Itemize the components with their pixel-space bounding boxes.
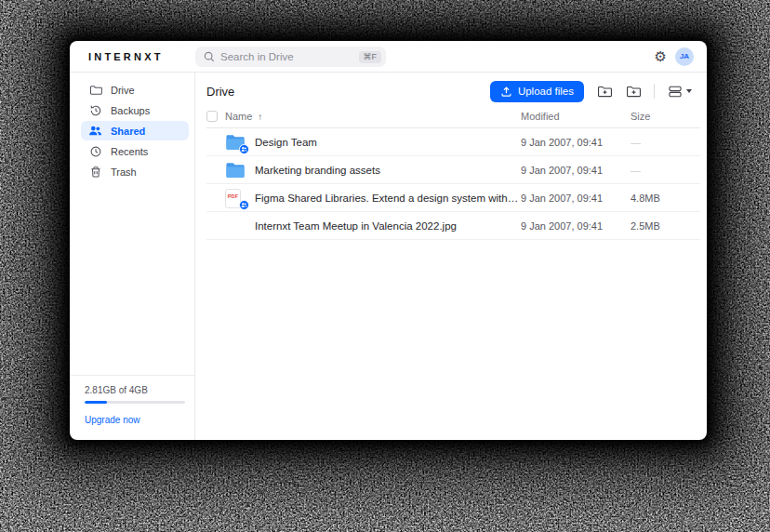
view-layout-toggle[interactable] [668,86,692,98]
screenshot-canvas: INTERNXT Search in Drive ⌘F ⚙ JA [0,0,770,532]
clock-icon [88,144,102,158]
sidebar: Drive Backups Shared [70,73,195,440]
item-name: Design Team [255,137,317,148]
trash-icon [88,165,102,179]
upload-files-button[interactable]: Upload files [490,81,584,102]
table-row[interactable]: Marketing branding assets 9 Jan 2007, 09… [206,156,700,184]
folder-icon [225,161,246,180]
storage-progress-fill [85,401,107,404]
internxt-logo: INTERNXT [88,51,164,62]
folder-icon [88,83,102,97]
item-name: Marketing branding assets [255,165,380,176]
column-header-size[interactable]: Size [631,111,700,122]
item-name: Figma Shared Libraries. Extend a design … [255,193,521,204]
sidebar-item-label: Shared [111,126,145,137]
avatar[interactable]: JA [675,47,694,66]
search-input[interactable]: Search in Drive ⌘F [195,47,386,67]
main-panel: Drive Upload files [195,73,707,440]
upload-icon [500,86,512,98]
shared-badge-icon [239,144,249,154]
folder-plus-icon [626,85,642,99]
item-size: 4.8MB [631,193,700,204]
item-size: — [631,137,700,148]
sidebar-item-label: Recents [111,146,148,157]
search-shortcut-badge: ⌘F [359,51,382,63]
folder-plus-icon [597,85,613,99]
shared-badge-icon [239,200,249,210]
sort-arrow-icon: ↑ [258,112,262,122]
shared-users-icon [88,124,102,138]
search-icon [204,51,215,62]
select-all-checkbox[interactable] [206,111,218,122]
storage-progress-bar [85,401,185,404]
item-name: Internxt Team Meetup in Valencia 2022.jp… [255,220,457,232]
table-row[interactable]: Internxt Team Meetup in Valencia 2022.jp… [206,212,700,240]
table-row[interactable]: PDF Figma Shared Libraries. Extend a des… [206,184,700,212]
toolbar-divider [654,84,655,99]
upload-files-label: Upload files [518,86,574,97]
sidebar-item-label: Trash [111,166,137,178]
app-window: INTERNXT Search in Drive ⌘F ⚙ JA [70,41,707,440]
backup-clock-icon [88,103,102,117]
toolbar: Drive Upload files [195,73,707,104]
storage-section: 2.81GB of 4GB Upgrade now [70,375,194,440]
pdf-file-icon: PDF [225,189,246,207]
item-modified: 9 Jan 2007, 09:41 [521,165,631,176]
item-modified: 9 Jan 2007, 09:41 [521,220,631,232]
breadcrumb[interactable]: Drive [206,85,234,99]
column-header-name[interactable]: Name↑ [225,111,521,122]
sidebar-item-shared[interactable]: Shared [81,121,189,140]
sidebar-item-recents[interactable]: Recents [81,141,189,161]
sidebar-item-label: Backups [111,105,150,116]
upgrade-now-link[interactable]: Upgrade now [85,415,185,425]
create-folder-button[interactable] [597,85,613,99]
header-actions: ⚙ JA [655,47,694,66]
storage-usage-label: 2.81GB of 4GB [85,385,185,395]
item-size: 2.5MB [631,220,700,232]
image-thumbnail [225,217,246,235]
item-size: — [631,165,700,176]
sidebar-item-backups[interactable]: Backups [81,100,189,120]
table-header: Name↑ Modified Size [206,104,700,128]
column-header-modified[interactable]: Modified [521,111,631,122]
upload-folder-button[interactable] [626,85,642,99]
sidebar-item-drive[interactable]: Drive [81,80,189,100]
item-modified: 9 Jan 2007, 09:41 [521,193,631,204]
chevron-down-icon [686,89,692,93]
sidebar-nav: Drive Backups Shared [70,73,194,182]
list-view-icon [668,86,683,98]
search-placeholder: Search in Drive [220,51,359,62]
app-header: INTERNXT Search in Drive ⌘F ⚙ JA [70,41,707,73]
gear-icon[interactable]: ⚙ [655,49,667,63]
item-modified: 9 Jan 2007, 09:41 [521,137,631,148]
sidebar-item-trash[interactable]: Trash [81,162,189,181]
folder-icon [225,133,246,152]
sidebar-item-label: Drive [111,85,135,96]
table-row[interactable]: Design Team 9 Jan 2007, 09:41 — [206,128,700,156]
